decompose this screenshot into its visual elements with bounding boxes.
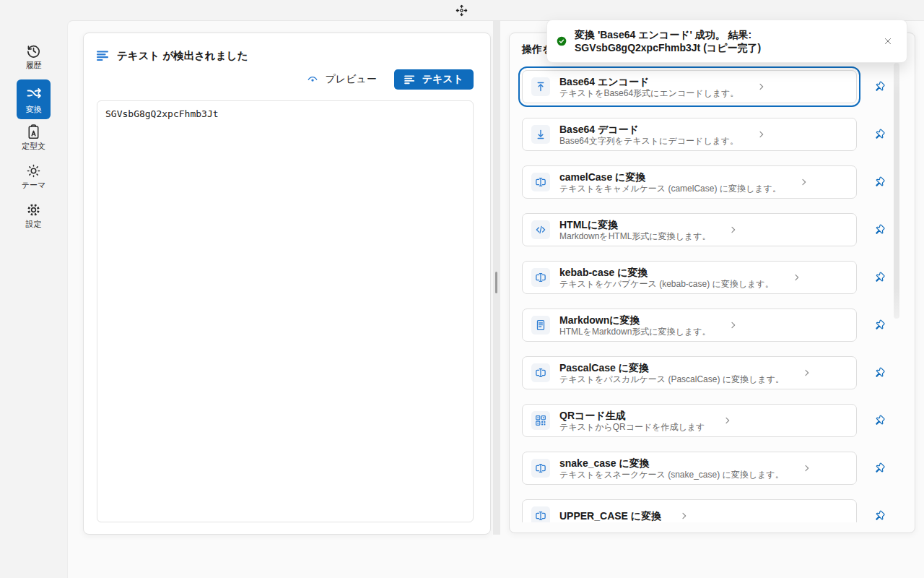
action-subtitle: テキストをBase64形式にエンコードします。 — [559, 88, 738, 99]
action-subtitle: MarkdownをHTML形式に変換します。 — [559, 231, 710, 242]
panel-splitter[interactable] — [493, 21, 500, 535]
preview-toggle[interactable]: プレビュー — [300, 70, 383, 89]
chevron-right-icon — [791, 272, 803, 283]
actions-list: Base64 エンコード テキストをBase64形式にエンコードします。 Bas… — [510, 66, 915, 522]
chevron-right-icon — [679, 510, 690, 522]
action-text: UPPER_CASE に変換 — [559, 509, 661, 522]
action-subtitle: Base64文字列をテキストにデコードします。 — [559, 136, 738, 147]
shuffle-icon — [25, 85, 43, 103]
action-text: kebab-case に変換 テキストをケバブケース (kebab-case) … — [559, 266, 774, 290]
qr-icon — [531, 411, 550, 430]
action-row: snake_case に変換 テキストをスネークケース (snake_case)… — [522, 452, 915, 485]
chevron-right-icon — [801, 462, 813, 474]
download-icon — [531, 125, 550, 144]
toast-line1: 変換 'Base64 エンコード' 成功。 結果: — [575, 29, 751, 40]
action-row: PascalCase に変換 テキストをパスカルケース (PascalCase)… — [522, 356, 915, 389]
action-card[interactable]: QRコード生成 テキストからQRコードを作成します — [522, 404, 857, 437]
action-text: Base64 エンコード テキストをBase64形式にエンコードします。 — [559, 75, 738, 99]
detected-text-panel: テキスト が検出されました プレビュー テキスト — [83, 33, 491, 535]
text-lines-icon — [404, 75, 416, 85]
action-row: HTMLに変換 MarkdownをHTML形式に変換します。 — [522, 213, 915, 246]
action-subtitle: テキストをスネークケース (snake_case) に変換します。 — [559, 470, 784, 480]
action-text: PascalCase に変換 テキストをパスカルケース (PascalCase)… — [559, 361, 784, 385]
action-title: UPPER_CASE に変換 — [559, 509, 661, 522]
text-toggle-label: テキスト — [422, 73, 463, 86]
title-bar — [0, 0, 924, 20]
view-switch: プレビュー テキスト — [300, 69, 474, 90]
sidebar-item-label: テーマ — [22, 181, 46, 190]
action-card[interactable]: snake_case に変換 テキストをスネークケース (snake_case)… — [522, 452, 857, 485]
action-text: snake_case に変換 テキストをスネークケース (snake_case)… — [559, 457, 784, 480]
action-title: kebab-case に変換 — [559, 266, 774, 279]
sidebar: 履歴 変換 定型文 — [0, 20, 67, 578]
close-icon[interactable] — [881, 34, 895, 48]
action-subtitle: テキストをキャメルケース (camelCase) に変換します。 — [559, 184, 781, 194]
pin-button[interactable] — [857, 366, 900, 380]
toast-notification: 変換 'Base64 エンコード' 成功。 結果: SGVsbG8gQ2xpcF… — [546, 20, 907, 63]
action-row: UPPER_CASE に変換 — [522, 499, 915, 522]
action-card[interactable]: UPPER_CASE に変換 — [522, 499, 857, 522]
action-card[interactable]: kebab-case に変換 テキストをケバブケース (kebab-case) … — [522, 261, 857, 294]
rename-icon — [531, 459, 550, 478]
action-text: camelCase に変換 テキストをキャメルケース (camelCase) に… — [559, 171, 781, 194]
sidebar-item-label: 履歴 — [26, 61, 42, 70]
rename-icon — [531, 363, 550, 382]
chevron-right-icon — [756, 81, 767, 92]
action-card[interactable]: Markdownに変換 HTMLをMarkdown形式に変換します。 — [522, 309, 857, 342]
chevron-right-icon — [722, 415, 733, 426]
action-card[interactable]: HTMLに変換 MarkdownをHTML形式に変換します。 — [522, 213, 857, 246]
rename-icon — [531, 173, 550, 191]
action-row: QRコード生成 テキストからQRコードを作成します — [522, 404, 915, 437]
action-row: kebab-case に変換 テキストをケバブケース (kebab-case) … — [522, 261, 915, 294]
action-card[interactable]: camelCase に変換 テキストをキャメルケース (camelCase) に… — [522, 165, 857, 199]
action-text: Base64 デコード Base64文字列をテキストにデコードします。 — [559, 123, 738, 147]
action-title: Base64 エンコード — [559, 75, 738, 88]
action-subtitle: テキストをパスカルケース (PascalCase) に変換します。 — [559, 374, 784, 385]
pin-button[interactable] — [857, 319, 900, 332]
text-toggle-button[interactable]: テキスト — [394, 69, 474, 90]
action-card[interactable]: Base64 エンコード テキストをBase64形式にエンコードします。 — [522, 70, 857, 103]
panel-title: テキスト が検出されました — [117, 49, 248, 63]
action-text: Markdownに変換 HTMLをMarkdown形式に変換します。 — [559, 314, 710, 337]
sidebar-item-theme[interactable]: テーマ — [0, 163, 67, 190]
pin-button[interactable] — [857, 509, 900, 523]
sun-icon — [25, 163, 42, 179]
clipboard-icon — [25, 124, 42, 140]
action-row: Base64 デコード Base64文字列をテキストにデコードします。 — [522, 118, 915, 151]
action-card[interactable]: PascalCase に変換 テキストをパスカルケース (PascalCase)… — [522, 356, 857, 389]
eye-icon — [307, 74, 318, 85]
history-icon — [25, 43, 42, 59]
pin-button[interactable] — [857, 414, 900, 428]
action-subtitle: テキストからQRコードを作成します — [559, 422, 705, 433]
code-icon — [531, 220, 550, 239]
sidebar-item-label: 設定 — [26, 220, 42, 229]
action-title: Markdownに変換 — [559, 314, 710, 327]
scrollbar-thumb[interactable] — [894, 63, 899, 319]
panel-header: テキスト が検出されました — [97, 49, 248, 63]
action-subtitle: テキストをケバブケース (kebab-case) に変換します。 — [559, 279, 774, 290]
action-title: Base64 デコード — [559, 123, 738, 136]
move-icon[interactable] — [453, 2, 469, 18]
gear-icon — [25, 202, 42, 218]
action-title: HTMLに変換 — [559, 218, 710, 231]
chevron-right-icon — [728, 319, 739, 331]
sidebar-item-templates[interactable]: 定型文 — [0, 124, 67, 151]
action-row: Base64 エンコード テキストをBase64形式にエンコードします。 — [522, 70, 915, 103]
text-lines-icon — [97, 51, 110, 61]
chevron-right-icon — [801, 367, 813, 379]
sidebar-item-convert[interactable]: 変換 — [17, 79, 51, 119]
action-title: snake_case に変換 — [559, 457, 784, 470]
action-text: HTMLに変換 MarkdownをHTML形式に変換します。 — [559, 218, 710, 242]
chevron-right-icon — [756, 129, 767, 140]
action-text: QRコード生成 テキストからQRコードを作成します — [559, 409, 705, 433]
pin-button[interactable] — [857, 462, 900, 475]
action-row: Markdownに変換 HTMLをMarkdown形式に変換します。 — [522, 309, 915, 342]
action-title: PascalCase に変換 — [559, 361, 784, 374]
sidebar-item-history[interactable]: 履歴 — [0, 43, 67, 70]
detected-text-content[interactable]: SGVsbG8gQ2xpcFhmb3Jt — [97, 100, 474, 522]
action-card[interactable]: Base64 デコード Base64文字列をテキストにデコードします。 — [522, 118, 857, 151]
sidebar-item-settings[interactable]: 設定 — [0, 202, 67, 229]
sidebar-item-label: 変換 — [26, 105, 42, 114]
preview-label: プレビュー — [325, 73, 376, 86]
rename-icon — [531, 268, 550, 287]
